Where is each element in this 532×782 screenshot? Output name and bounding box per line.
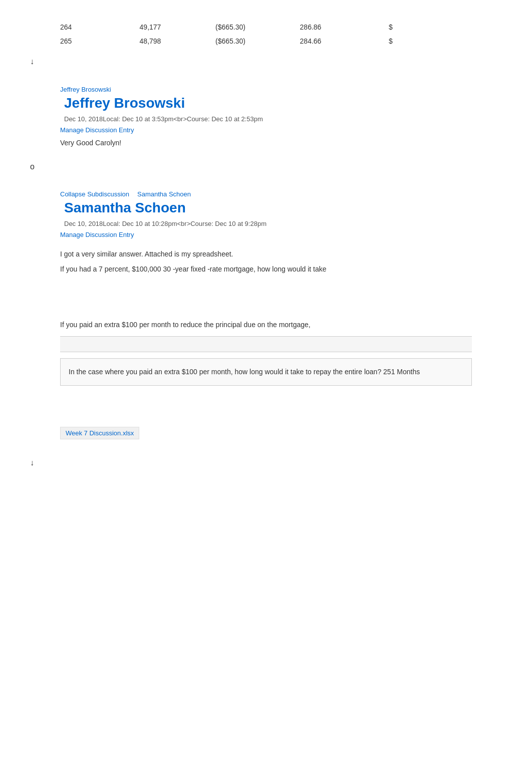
- file-attachment-link[interactable]: Week 7 Discussion.xlsx: [60, 427, 139, 439]
- page-container: 264 49,177 ($665.30) 286.86 $ 265 48,798…: [0, 0, 532, 481]
- table-section: 264 49,177 ($665.30) 286.86 $ 265 48,798…: [0, 10, 532, 53]
- inline-col-2: [96, 341, 97, 348]
- jeffrey-author-link[interactable]: Jeffrey Brosowski: [60, 86, 111, 93]
- answer-box: In the case where you paid an extra $100…: [60, 358, 472, 386]
- indicator-3: ↓: [0, 454, 532, 471]
- samantha-body-line3: If you paid an extra $100 per month to r…: [60, 319, 472, 330]
- cell-val1-1: 49,177: [110, 23, 190, 31]
- cell-val2-2: ($665.30): [190, 37, 271, 45]
- samantha-discussion-section: Collapse Subdiscussion Samantha Schoen S…: [0, 180, 532, 449]
- samantha-author-link-header[interactable]: Samantha Schoen: [137, 190, 191, 198]
- file-attachment-section: Week 7 Discussion.xlsx: [60, 427, 472, 439]
- answer-text: In the case where you paid an extra $100…: [69, 368, 420, 376]
- table-row: 265 48,798 ($665.30) 284.66 $: [60, 34, 472, 48]
- indicator-symbol-2: o: [30, 162, 35, 171]
- post-answer-spacer: [60, 392, 472, 417]
- indicator-2: o: [0, 158, 532, 175]
- cell-num-1: 264: [60, 23, 110, 31]
- samantha-body-line1: I got a very similar answer. Attached is…: [60, 248, 472, 259]
- inline-col-3: [128, 341, 129, 348]
- samantha-manage-link[interactable]: Manage Discussion Entry: [60, 231, 134, 238]
- jeffrey-author-heading: Jeffrey Brosowski: [64, 95, 472, 111]
- sub-header-row: Collapse Subdiscussion Samantha Schoen: [60, 190, 472, 198]
- jeffrey-date-info: Dec 10, 2018Local: Dec 10 at 3:53pm<br>C…: [64, 115, 472, 123]
- cell-val1-2: 48,798: [110, 37, 190, 45]
- inline-spreadsheet-row: [60, 339, 472, 350]
- spreadsheet-image-spacer: [60, 279, 472, 319]
- jeffrey-discussion-section: Jeffrey Brosowski Jeffrey Brosowski Dec …: [0, 75, 532, 158]
- jeffrey-entry-body: Very Good Carolyn!: [60, 138, 472, 148]
- samantha-author-heading: Samantha Schoen: [64, 200, 472, 216]
- samantha-content: I got a very similar answer. Attached is…: [60, 248, 472, 439]
- samantha-body-line2: If you had a 7 percent, $100,000 30 -yea…: [60, 264, 472, 275]
- indicator-1: ↓: [0, 53, 532, 70]
- cell-val3-1: 286.86: [271, 23, 351, 31]
- cell-num-2: 265: [60, 37, 110, 45]
- indicator-symbol-1: ↓: [30, 57, 34, 66]
- cell-val4-1: $: [351, 23, 431, 31]
- cell-val3-2: 284.66: [271, 37, 351, 45]
- collapse-subdiscussion-link[interactable]: Collapse Subdiscussion: [60, 190, 129, 198]
- table-row: 264 49,177 ($665.30) 286.86 $: [60, 20, 472, 34]
- inline-spreadsheet-area: [60, 336, 472, 352]
- inline-col-1: [64, 341, 66, 348]
- samantha-date-info: Dec 10, 2018Local: Dec 10 at 10:28pm<br>…: [64, 220, 472, 227]
- jeffrey-manage-link[interactable]: Manage Discussion Entry: [60, 126, 134, 134]
- cell-val4-2: $: [351, 37, 431, 45]
- indicator-symbol-3: ↓: [30, 458, 34, 467]
- cell-val2-1: ($665.30): [190, 23, 271, 31]
